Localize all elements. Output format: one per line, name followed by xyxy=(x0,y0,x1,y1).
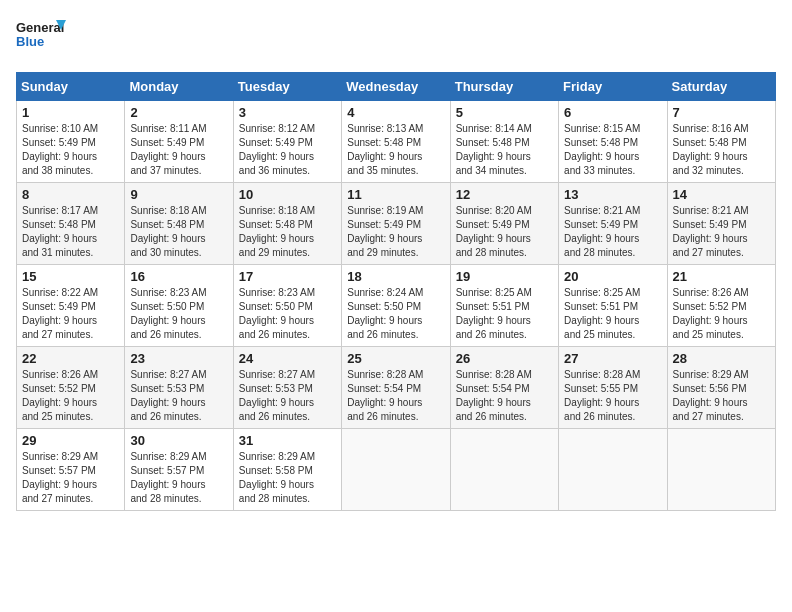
calendar-cell: 1Sunrise: 8:10 AM Sunset: 5:49 PM Daylig… xyxy=(17,101,125,183)
day-info: Sunrise: 8:25 AM Sunset: 5:51 PM Dayligh… xyxy=(564,286,661,342)
calendar-cell: 4Sunrise: 8:13 AM Sunset: 5:48 PM Daylig… xyxy=(342,101,450,183)
day-number: 31 xyxy=(239,433,336,448)
day-number: 21 xyxy=(673,269,770,284)
day-number: 8 xyxy=(22,187,119,202)
day-number: 20 xyxy=(564,269,661,284)
day-number: 26 xyxy=(456,351,553,366)
day-info: Sunrise: 8:19 AM Sunset: 5:49 PM Dayligh… xyxy=(347,204,444,260)
day-number: 19 xyxy=(456,269,553,284)
day-info: Sunrise: 8:20 AM Sunset: 5:49 PM Dayligh… xyxy=(456,204,553,260)
day-info: Sunrise: 8:29 AM Sunset: 5:57 PM Dayligh… xyxy=(22,450,119,506)
calendar-cell: 28Sunrise: 8:29 AM Sunset: 5:56 PM Dayli… xyxy=(667,347,775,429)
day-number: 17 xyxy=(239,269,336,284)
calendar-week-2: 8Sunrise: 8:17 AM Sunset: 5:48 PM Daylig… xyxy=(17,183,776,265)
calendar-cell: 17Sunrise: 8:23 AM Sunset: 5:50 PM Dayli… xyxy=(233,265,341,347)
day-info: Sunrise: 8:16 AM Sunset: 5:48 PM Dayligh… xyxy=(673,122,770,178)
day-info: Sunrise: 8:27 AM Sunset: 5:53 PM Dayligh… xyxy=(239,368,336,424)
day-info: Sunrise: 8:11 AM Sunset: 5:49 PM Dayligh… xyxy=(130,122,227,178)
weekday-header-thursday: Thursday xyxy=(450,73,558,101)
calendar-cell: 15Sunrise: 8:22 AM Sunset: 5:49 PM Dayli… xyxy=(17,265,125,347)
calendar-cell: 30Sunrise: 8:29 AM Sunset: 5:57 PM Dayli… xyxy=(125,429,233,511)
day-number: 24 xyxy=(239,351,336,366)
day-info: Sunrise: 8:14 AM Sunset: 5:48 PM Dayligh… xyxy=(456,122,553,178)
logo-svg: General Blue xyxy=(16,16,66,60)
svg-text:Blue: Blue xyxy=(16,34,44,49)
day-number: 2 xyxy=(130,105,227,120)
calendar-cell: 7Sunrise: 8:16 AM Sunset: 5:48 PM Daylig… xyxy=(667,101,775,183)
day-info: Sunrise: 8:21 AM Sunset: 5:49 PM Dayligh… xyxy=(673,204,770,260)
calendar-cell: 27Sunrise: 8:28 AM Sunset: 5:55 PM Dayli… xyxy=(559,347,667,429)
calendar-cell: 18Sunrise: 8:24 AM Sunset: 5:50 PM Dayli… xyxy=(342,265,450,347)
calendar-cell: 10Sunrise: 8:18 AM Sunset: 5:48 PM Dayli… xyxy=(233,183,341,265)
calendar-cell: 6Sunrise: 8:15 AM Sunset: 5:48 PM Daylig… xyxy=(559,101,667,183)
calendar-cell: 12Sunrise: 8:20 AM Sunset: 5:49 PM Dayli… xyxy=(450,183,558,265)
day-info: Sunrise: 8:29 AM Sunset: 5:57 PM Dayligh… xyxy=(130,450,227,506)
day-number: 10 xyxy=(239,187,336,202)
day-info: Sunrise: 8:21 AM Sunset: 5:49 PM Dayligh… xyxy=(564,204,661,260)
day-info: Sunrise: 8:26 AM Sunset: 5:52 PM Dayligh… xyxy=(22,368,119,424)
day-number: 25 xyxy=(347,351,444,366)
day-number: 30 xyxy=(130,433,227,448)
weekday-header-monday: Monday xyxy=(125,73,233,101)
day-info: Sunrise: 8:28 AM Sunset: 5:55 PM Dayligh… xyxy=(564,368,661,424)
weekday-header-tuesday: Tuesday xyxy=(233,73,341,101)
day-number: 3 xyxy=(239,105,336,120)
calendar-cell xyxy=(559,429,667,511)
calendar-cell: 25Sunrise: 8:28 AM Sunset: 5:54 PM Dayli… xyxy=(342,347,450,429)
day-number: 12 xyxy=(456,187,553,202)
calendar-week-5: 29Sunrise: 8:29 AM Sunset: 5:57 PM Dayli… xyxy=(17,429,776,511)
day-info: Sunrise: 8:15 AM Sunset: 5:48 PM Dayligh… xyxy=(564,122,661,178)
day-number: 29 xyxy=(22,433,119,448)
day-info: Sunrise: 8:22 AM Sunset: 5:49 PM Dayligh… xyxy=(22,286,119,342)
day-number: 23 xyxy=(130,351,227,366)
calendar-cell: 29Sunrise: 8:29 AM Sunset: 5:57 PM Dayli… xyxy=(17,429,125,511)
calendar-week-3: 15Sunrise: 8:22 AM Sunset: 5:49 PM Dayli… xyxy=(17,265,776,347)
calendar-cell: 22Sunrise: 8:26 AM Sunset: 5:52 PM Dayli… xyxy=(17,347,125,429)
day-number: 18 xyxy=(347,269,444,284)
day-number: 22 xyxy=(22,351,119,366)
calendar-cell: 24Sunrise: 8:27 AM Sunset: 5:53 PM Dayli… xyxy=(233,347,341,429)
day-number: 14 xyxy=(673,187,770,202)
day-number: 16 xyxy=(130,269,227,284)
day-number: 4 xyxy=(347,105,444,120)
day-number: 9 xyxy=(130,187,227,202)
day-number: 28 xyxy=(673,351,770,366)
calendar-cell: 5Sunrise: 8:14 AM Sunset: 5:48 PM Daylig… xyxy=(450,101,558,183)
day-info: Sunrise: 8:27 AM Sunset: 5:53 PM Dayligh… xyxy=(130,368,227,424)
calendar-cell: 23Sunrise: 8:27 AM Sunset: 5:53 PM Dayli… xyxy=(125,347,233,429)
calendar-cell xyxy=(450,429,558,511)
day-info: Sunrise: 8:23 AM Sunset: 5:50 PM Dayligh… xyxy=(239,286,336,342)
day-number: 13 xyxy=(564,187,661,202)
day-info: Sunrise: 8:29 AM Sunset: 5:58 PM Dayligh… xyxy=(239,450,336,506)
day-number: 5 xyxy=(456,105,553,120)
calendar-table: SundayMondayTuesdayWednesdayThursdayFrid… xyxy=(16,72,776,511)
calendar-cell: 2Sunrise: 8:11 AM Sunset: 5:49 PM Daylig… xyxy=(125,101,233,183)
weekday-header-friday: Friday xyxy=(559,73,667,101)
weekday-header-wednesday: Wednesday xyxy=(342,73,450,101)
day-info: Sunrise: 8:17 AM Sunset: 5:48 PM Dayligh… xyxy=(22,204,119,260)
day-info: Sunrise: 8:18 AM Sunset: 5:48 PM Dayligh… xyxy=(239,204,336,260)
calendar-cell: 11Sunrise: 8:19 AM Sunset: 5:49 PM Dayli… xyxy=(342,183,450,265)
day-number: 1 xyxy=(22,105,119,120)
calendar-cell: 14Sunrise: 8:21 AM Sunset: 5:49 PM Dayli… xyxy=(667,183,775,265)
calendar-cell: 13Sunrise: 8:21 AM Sunset: 5:49 PM Dayli… xyxy=(559,183,667,265)
day-info: Sunrise: 8:28 AM Sunset: 5:54 PM Dayligh… xyxy=(456,368,553,424)
calendar-cell: 16Sunrise: 8:23 AM Sunset: 5:50 PM Dayli… xyxy=(125,265,233,347)
calendar-cell: 8Sunrise: 8:17 AM Sunset: 5:48 PM Daylig… xyxy=(17,183,125,265)
day-number: 6 xyxy=(564,105,661,120)
day-info: Sunrise: 8:12 AM Sunset: 5:49 PM Dayligh… xyxy=(239,122,336,178)
weekday-header-saturday: Saturday xyxy=(667,73,775,101)
page-header: General Blue xyxy=(16,16,776,60)
day-number: 27 xyxy=(564,351,661,366)
day-info: Sunrise: 8:26 AM Sunset: 5:52 PM Dayligh… xyxy=(673,286,770,342)
calendar-cell: 9Sunrise: 8:18 AM Sunset: 5:48 PM Daylig… xyxy=(125,183,233,265)
calendar-cell xyxy=(342,429,450,511)
logo: General Blue xyxy=(16,16,66,60)
calendar-week-1: 1Sunrise: 8:10 AM Sunset: 5:49 PM Daylig… xyxy=(17,101,776,183)
calendar-cell: 21Sunrise: 8:26 AM Sunset: 5:52 PM Dayli… xyxy=(667,265,775,347)
calendar-cell: 26Sunrise: 8:28 AM Sunset: 5:54 PM Dayli… xyxy=(450,347,558,429)
calendar-cell: 20Sunrise: 8:25 AM Sunset: 5:51 PM Dayli… xyxy=(559,265,667,347)
calendar-week-4: 22Sunrise: 8:26 AM Sunset: 5:52 PM Dayli… xyxy=(17,347,776,429)
day-info: Sunrise: 8:18 AM Sunset: 5:48 PM Dayligh… xyxy=(130,204,227,260)
day-info: Sunrise: 8:25 AM Sunset: 5:51 PM Dayligh… xyxy=(456,286,553,342)
